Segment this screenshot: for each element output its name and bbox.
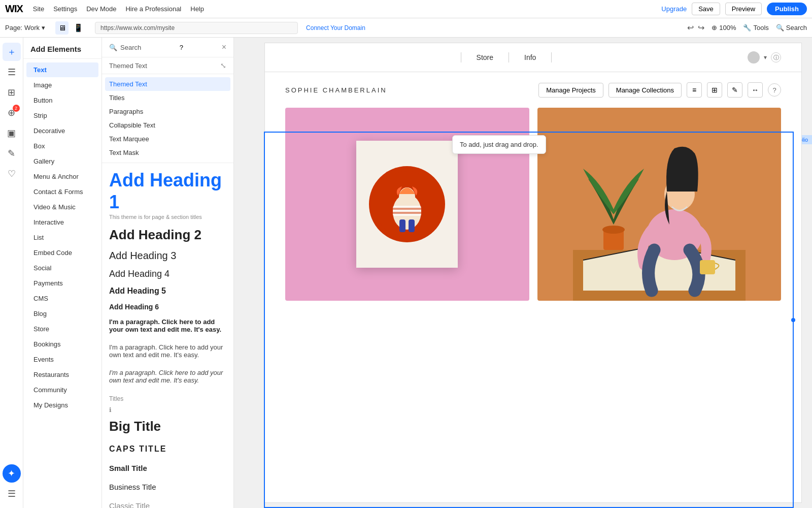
left-icon-bar: ＋ ☰ ⊞ ⊕ 2 ▣ ✎ ♡ ✦ ☰ (0, 38, 23, 508)
heading2-text: Add Heading 2 (109, 227, 226, 243)
sub-panel-search[interactable]: 🔍 Search (109, 44, 141, 51)
heading6-item[interactable]: Add Heading 6 (109, 302, 226, 312)
nav-site[interactable]: Site (33, 5, 44, 13)
undo-button[interactable]: ↩ (687, 23, 694, 33)
panel-item-cms[interactable]: CMS (26, 291, 98, 306)
heading2-item[interactable]: Add Heading 2 (109, 226, 226, 244)
publish-button[interactable]: Publish (767, 3, 807, 15)
panel-item-gallery[interactable]: Gallery (26, 154, 98, 169)
wix-logo: WIX (5, 3, 23, 15)
heading1-text: Add Heading 1 (109, 169, 226, 213)
panel-item-video[interactable]: Video & Music (26, 200, 98, 214)
para-normal-item[interactable]: I'm a paragraph. Click here to add your … (109, 342, 226, 363)
media-button[interactable]: ▣ (3, 124, 21, 142)
sort-icon-btn[interactable]: ⊞ (707, 82, 722, 98)
panel-item-list[interactable]: List (26, 230, 98, 245)
desktop-device-icon[interactable]: 🖥 (55, 21, 69, 35)
panel-item-store[interactable]: Store (26, 322, 98, 336)
nav-help[interactable]: Help (190, 5, 204, 13)
nav-info[interactable]: Info (524, 53, 536, 61)
business-title-item[interactable]: Business Title (109, 482, 226, 495)
panel-item-interactive[interactable]: Interactive (26, 215, 98, 230)
close-panel-button[interactable]: × (222, 43, 226, 52)
caps-title-item[interactable]: CAPS TITLE (109, 443, 226, 458)
cat-mask[interactable]: Text Mask (102, 146, 233, 160)
social-button[interactable]: ♡ (3, 165, 21, 183)
website-canvas: Store Info ▾ ⓘ SOPHIE CHAMBERLAIN Manage… (264, 43, 802, 503)
panel-item-box[interactable]: Box (26, 139, 98, 153)
ai-button[interactable]: ✦ (3, 464, 21, 483)
cat-collapsible[interactable]: Collapsible Text (102, 118, 233, 132)
titles-info-icon: ℹ (109, 406, 112, 414)
portfolio-help-icon[interactable]: ? (768, 83, 781, 97)
cat-paragraphs[interactable]: Paragraphs (102, 105, 233, 118)
nav-divider-mid (509, 52, 509, 62)
panel-item-blog[interactable]: Blog (26, 306, 98, 321)
heading4-item[interactable]: Add Heading 4 (109, 268, 226, 280)
heading3-item[interactable]: Add Heading 3 (109, 249, 226, 263)
nav-settings[interactable]: Settings (53, 5, 77, 13)
save-button[interactable]: Save (692, 3, 720, 15)
page-selector[interactable]: Page: Work ▾ (5, 24, 45, 31)
para-bold-item[interactable]: I'm a paragraph. Click here to add your … (109, 317, 226, 337)
manage-collections-button[interactable]: Manage Collections (608, 83, 682, 98)
cat-marquee[interactable]: Text Marquee (102, 132, 233, 146)
panel-item-text[interactable]: Text (26, 62, 98, 77)
panel-item-social[interactable]: Social (26, 261, 98, 275)
panel-item-embed[interactable]: Embed Code (26, 245, 98, 260)
upgrade-button[interactable]: Upgrade (661, 5, 687, 13)
heading1-item[interactable]: Add Heading 1 This theme is for page & s… (109, 168, 226, 221)
bottom-settings-button[interactable]: ☰ (3, 485, 21, 503)
panel-item-restaurants[interactable]: Restaurants (26, 367, 98, 382)
panel-item-contact[interactable]: Contact & Forms (26, 184, 98, 199)
themed-text-expand-icon[interactable]: ⤡ (220, 61, 226, 70)
panel-item-image[interactable]: Image (26, 78, 98, 92)
redo-button[interactable]: ↪ (698, 23, 704, 33)
blog-button[interactable]: ✎ (3, 144, 21, 163)
tools-button[interactable]: 🔧 Tools (743, 24, 768, 31)
para-italic-item[interactable]: I'm a paragraph. Click here to add your … (109, 368, 226, 388)
zoom-control[interactable]: ⊕ 100% (712, 24, 736, 31)
edit-icon-btn[interactable]: ✎ (727, 82, 742, 98)
manage-projects-button[interactable]: Manage Projects (538, 83, 603, 98)
tooltip-text: To add, just drag and drop. (460, 141, 538, 148)
main-area: ＋ ☰ ⊞ ⊕ 2 ▣ ✎ ♡ ✦ ☰ Add Elements Text Im… (0, 38, 812, 508)
portfolio-card-2 (537, 108, 782, 301)
add-elements-button[interactable]: ＋ (3, 43, 21, 61)
heading5-item[interactable]: Add Heading 5 (109, 285, 226, 297)
preview-button[interactable]: Preview (725, 3, 762, 15)
nav-devmode[interactable]: Dev Mode (86, 5, 116, 13)
app-market-button[interactable]: ⊕ 2 (3, 104, 21, 122)
panel-item-bookings[interactable]: Bookings (26, 337, 98, 352)
heading6-text: Add Heading 6 (109, 303, 226, 311)
tools-label: Tools (753, 24, 768, 31)
mobile-device-icon[interactable]: 📱 (72, 21, 85, 35)
panel-item-strip[interactable]: Strip (26, 108, 98, 123)
cat-themed-text[interactable]: Themed Text (105, 77, 230, 91)
cat-titles[interactable]: Titles (102, 91, 233, 105)
search-button[interactable]: 🔍 Search (776, 24, 807, 31)
panel-item-decorative[interactable]: Decorative (26, 123, 98, 138)
panel-item-button[interactable]: Button (26, 93, 98, 108)
pages-button[interactable]: ☰ (3, 63, 21, 81)
para-normal-text: I'm a paragraph. Click here to add your … (109, 343, 226, 359)
panel-item-events[interactable]: Events (26, 352, 98, 367)
panel-items-list: Text Image Button Strip Decorative Box G… (23, 59, 101, 416)
layers-button[interactable]: ⊞ (3, 83, 21, 102)
panel-title: Add Elements (23, 38, 101, 59)
nav-store[interactable]: Store (477, 53, 493, 61)
connect-domain-link[interactable]: Connect Your Domain (306, 24, 365, 31)
panel-item-mydesigns[interactable]: My Designs (26, 398, 98, 412)
help-icon[interactable]: ? (180, 44, 183, 51)
filter-icon-btn[interactable]: ≡ (687, 82, 702, 98)
nav-hire[interactable]: Hire a Professional (125, 5, 181, 13)
resize-icon-btn[interactable]: ↔ (748, 82, 763, 98)
panel-item-community[interactable]: Community (26, 383, 98, 397)
panel-item-menu[interactable]: Menu & Anchor (26, 169, 98, 184)
big-title-item[interactable]: Big Title (109, 418, 226, 438)
classic-title-item[interactable]: Classic Title (109, 500, 226, 508)
svg-rect-7 (409, 219, 415, 232)
text-sub-panel: 🔍 Search ? × Themed Text ⤡ Themed Text T… (102, 38, 234, 508)
panel-item-payments[interactable]: Payments (26, 276, 98, 291)
small-title-item[interactable]: Small Title (109, 463, 226, 477)
